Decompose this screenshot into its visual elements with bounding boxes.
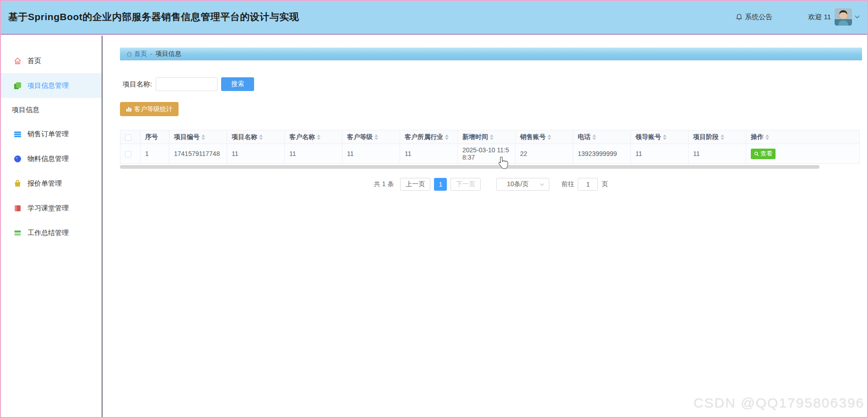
column-header-customer-level[interactable]: 客户等级 [342, 130, 400, 144]
goto-prefix: 前往 [561, 180, 574, 188]
sidebar-item-work-summary[interactable]: 工作总结管理 [0, 220, 102, 245]
column-header-industry[interactable]: 客户所属行业 [400, 130, 458, 144]
column-header-project-name[interactable]: 项目名称 [227, 130, 285, 144]
table-header-row: 序号 项目编号 项目名称 客户名称 客户等级 客户所属行业 新增时间 销售账号 … [120, 130, 860, 144]
horizontal-scrollbar[interactable] [120, 165, 819, 169]
material-icon [14, 155, 22, 163]
project-icon [14, 82, 22, 90]
sort-icon[interactable] [592, 134, 596, 140]
page-size-value: 10条/页 [507, 180, 528, 188]
home-icon [14, 57, 22, 65]
cell-customer-name: 11 [285, 144, 342, 164]
sidebar-item-classroom[interactable]: 学习课堂管理 [0, 196, 102, 220]
sidebar-item-label: 首页 [27, 57, 41, 65]
pagination-total: 共 1 条 [374, 180, 394, 188]
breadcrumb-home-link[interactable]: 首页 [126, 50, 147, 58]
system-announcement-link[interactable]: 系统公告 [736, 13, 772, 21]
sidebar-section-label: 项目信息 [12, 106, 39, 114]
row-checkbox[interactable] [125, 151, 131, 157]
search-label: 项目名称: [123, 80, 152, 89]
sidebar-item-label: 工作总结管理 [27, 229, 69, 237]
sort-icon[interactable] [374, 134, 378, 140]
pagination: 共 1 条 上一页 1 下一页 10条/页 前往 页 [120, 178, 862, 191]
avatar-image [835, 8, 852, 26]
column-header-sales-account[interactable]: 销售账号 [515, 130, 573, 144]
bell-icon [736, 13, 743, 21]
breadcrumb: 首页 - 项目信息 [120, 48, 862, 60]
breadcrumb-separator: - [150, 50, 152, 58]
cell-seq: 1 [141, 144, 169, 164]
classroom-icon [14, 204, 22, 212]
table-row[interactable]: 1 1741579117748 11 11 11 11 2025-03-10 1… [120, 144, 860, 164]
cell-industry: 11 [400, 144, 458, 164]
magnifier-icon [754, 151, 759, 156]
cell-created-at: 2025-03-10 11:58:37 [458, 144, 515, 164]
sidebar-item-home[interactable]: 首页 [0, 48, 102, 73]
project-name-input[interactable] [156, 77, 217, 91]
main-content: 首页 - 项目信息 项目名称: 搜索 客户等级统计 序号 项目编号 项 [120, 36, 862, 191]
cell-leader-account: 11 [631, 144, 689, 164]
column-header-leader-account[interactable]: 领导账号 [631, 130, 689, 144]
cell-customer-level: 11 [342, 144, 400, 164]
announcement-label: 系统公告 [745, 13, 772, 21]
cell-project-name: 11 [227, 144, 285, 164]
sort-icon[interactable] [490, 134, 494, 140]
sidebar-item-label: 学习课堂管理 [27, 204, 69, 213]
page-size-select[interactable]: 10条/页 [496, 178, 549, 191]
sort-icon[interactable] [663, 134, 667, 140]
sidebar-item-label: 物料信息管理 [27, 155, 69, 163]
home-small-icon [126, 51, 132, 57]
csdn-watermark: CSDN @QQ1795806396 [694, 395, 864, 411]
prev-page-button[interactable]: 上一页 [400, 178, 430, 191]
customer-level-stats-button[interactable]: 客户等级统计 [120, 102, 179, 116]
view-button[interactable]: 查看 [751, 149, 776, 159]
stats-button-label: 客户等级统计 [134, 105, 173, 113]
select-all-checkbox[interactable] [125, 134, 131, 141]
next-page-button[interactable]: 下一页 [450, 178, 481, 191]
quotation-icon [14, 180, 22, 188]
app-title: 基于SpringBoot的企业内部服务器销售信息管理平台的设计与实现 [8, 11, 299, 23]
bar-chart-icon [126, 106, 132, 112]
welcome-text: 欢迎 11 [808, 13, 831, 21]
column-header-actions[interactable]: 操作 [746, 130, 860, 144]
sidebar-item-label: 项目信息管理 [27, 81, 69, 90]
cell-phone: 13923999999 [573, 144, 631, 164]
sort-icon[interactable] [765, 134, 769, 140]
chevron-down-icon[interactable] [855, 15, 860, 19]
header-right: 系统公告 欢迎 11 [736, 8, 860, 26]
sort-icon[interactable] [445, 134, 449, 140]
sidebar-item-quotations[interactable]: 报价单管理 [0, 171, 102, 196]
sort-icon[interactable] [721, 134, 724, 140]
sidebar: 首页 项目信息管理 项目信息 销售订单管理 物料信息管理 报价单管理 [0, 36, 103, 418]
sidebar-item-project-info[interactable]: 项目信息管理 [0, 73, 102, 98]
column-header-seq: 序号 [141, 130, 169, 144]
breadcrumb-current: 项目信息 [156, 50, 181, 58]
cell-sales-account: 22 [515, 144, 573, 164]
cell-stage: 11 [689, 144, 746, 164]
sort-icon[interactable] [259, 134, 263, 140]
avatar[interactable] [835, 8, 852, 26]
search-bar: 项目名称: 搜索 [120, 77, 862, 91]
sidebar-item-sales-orders[interactable]: 销售订单管理 [0, 122, 102, 146]
sidebar-item-label: 报价单管理 [27, 179, 62, 188]
sort-icon[interactable] [201, 134, 205, 140]
sales-order-icon [14, 130, 22, 138]
search-button[interactable]: 搜索 [221, 77, 254, 91]
sidebar-item-label: 销售订单管理 [27, 130, 69, 139]
column-header-created-at[interactable]: 新增时间 [458, 130, 515, 144]
goto-suffix: 页 [602, 180, 608, 188]
view-button-label: 查看 [760, 150, 772, 158]
sort-icon[interactable] [317, 134, 320, 140]
app-header: 基于SpringBoot的企业内部服务器销售信息管理平台的设计与实现 系统公告 … [0, 0, 868, 35]
sort-icon[interactable] [548, 134, 551, 140]
breadcrumb-home-label: 首页 [134, 50, 147, 58]
column-header-stage[interactable]: 项目阶段 [689, 130, 746, 144]
column-header-phone[interactable]: 电话 [573, 130, 631, 144]
sidebar-section-project-info: 项目信息 [0, 98, 102, 122]
page-number-1[interactable]: 1 [434, 178, 447, 191]
select-chevron-icon [540, 183, 544, 186]
goto-page-input[interactable] [578, 178, 598, 191]
column-header-customer-name[interactable]: 客户名称 [285, 130, 342, 144]
sidebar-item-materials[interactable]: 物料信息管理 [0, 146, 102, 171]
column-header-project-no[interactable]: 项目编号 [169, 130, 227, 144]
